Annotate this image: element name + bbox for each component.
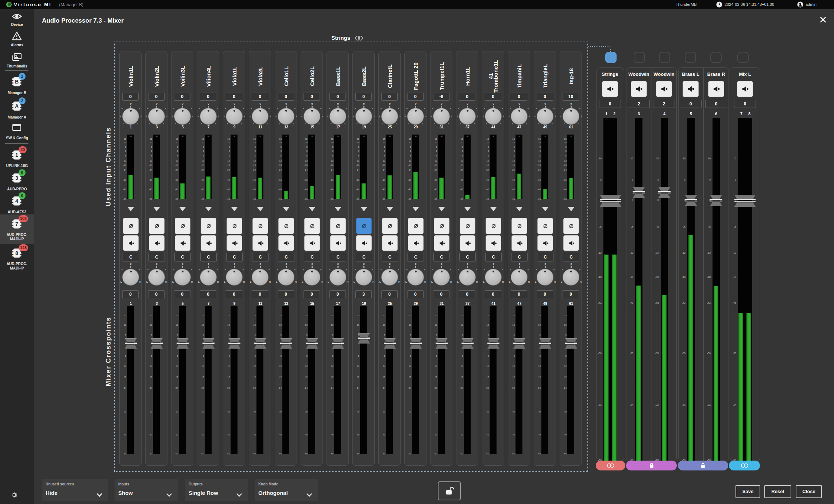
svg-text:B: B xyxy=(15,79,19,85)
svg-text:7: 7 xyxy=(15,221,18,227)
svg-text:A: A xyxy=(15,103,19,109)
svg-text:3: 3 xyxy=(15,175,18,181)
svg-text:1: 1 xyxy=(15,152,18,158)
svg-text:8: 8 xyxy=(15,250,18,256)
svg-text:4: 4 xyxy=(15,198,18,204)
